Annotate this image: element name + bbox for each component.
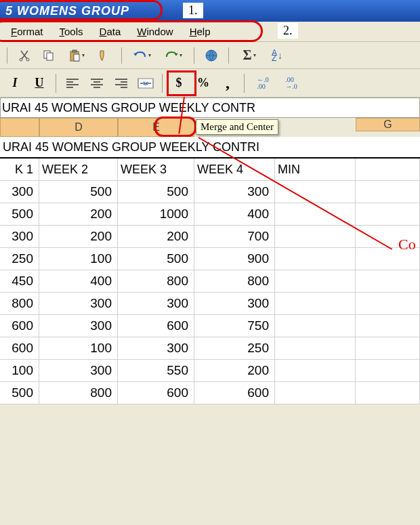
format-painter-button[interactable]: [94, 45, 114, 66]
column-header-d[interactable]: D: [39, 118, 118, 137]
data-cell[interactable]: [275, 360, 356, 382]
merged-title-row[interactable]: URAI 45 WOMENS GROUP WEEKLY CONTRI: [0, 137, 420, 159]
worksheet-grid[interactable]: URAI 45 WOMENS GROUP WEEKLY CONTRI K 1 W…: [0, 137, 420, 404]
data-cell[interactable]: 500: [0, 203, 39, 226]
data-cell[interactable]: 750: [194, 315, 275, 337]
merged-title-cell[interactable]: URAI 45 WOMENS GROUP WEEKLY CONTRI: [0, 137, 420, 157]
increase-decimal-button[interactable]: ←.0.00: [249, 72, 277, 95]
data-cell[interactable]: 300: [39, 293, 118, 315]
header-cell[interactable]: [356, 159, 420, 181]
data-cell[interactable]: 800: [118, 270, 194, 293]
data-cell[interactable]: 300: [39, 360, 118, 382]
data-cell[interactable]: 700: [194, 226, 275, 248]
data-cell[interactable]: 600: [0, 337, 39, 360]
italic-button[interactable]: I: [3, 72, 27, 95]
data-cell[interactable]: [356, 337, 420, 360]
data-cell[interactable]: 500: [39, 181, 118, 203]
align-center-button[interactable]: [85, 72, 109, 95]
column-header-partial[interactable]: [0, 118, 39, 137]
autosum-button[interactable]: Σ ▾: [236, 45, 263, 66]
data-cell[interactable]: 200: [39, 226, 118, 248]
sort-ascending-button[interactable]: AZ ↓: [267, 45, 287, 66]
data-cell[interactable]: [275, 337, 356, 360]
data-cell[interactable]: [356, 181, 420, 203]
column-header-e[interactable]: E: [118, 118, 194, 137]
comma-style-button[interactable]: ,: [215, 72, 240, 95]
data-cell[interactable]: 550: [118, 360, 194, 382]
data-cell[interactable]: 300: [118, 337, 194, 360]
data-cell[interactable]: [275, 382, 356, 404]
data-cell[interactable]: [356, 270, 420, 293]
data-cell[interactable]: [275, 203, 356, 226]
data-cell[interactable]: [275, 315, 356, 337]
data-cell[interactable]: 300: [118, 293, 194, 315]
formula-bar[interactable]: URAI 45 WOMENS GROUP WEEKLY CONTR: [0, 98, 420, 118]
data-cell[interactable]: 800: [194, 270, 275, 293]
paste-button[interactable]: ▾: [63, 45, 90, 66]
data-cell[interactable]: 200: [39, 203, 118, 226]
merge-and-center-button[interactable]: a: [133, 72, 158, 95]
data-cell[interactable]: 450: [0, 270, 39, 293]
data-cell[interactable]: 300: [0, 181, 39, 203]
data-cell[interactable]: 300: [194, 293, 275, 315]
copy-button[interactable]: [39, 45, 59, 66]
data-cell[interactable]: [356, 382, 420, 404]
insert-hyperlink-button[interactable]: [201, 45, 222, 66]
header-cell[interactable]: K 1: [0, 159, 39, 181]
decrease-decimal-button[interactable]: .00→.0: [277, 72, 306, 95]
data-cell[interactable]: 1000: [118, 203, 194, 226]
data-cell[interactable]: [275, 248, 356, 270]
data-cell[interactable]: 300: [194, 181, 275, 203]
data-cell[interactable]: 600: [194, 382, 275, 404]
data-cell[interactable]: [275, 270, 356, 293]
data-cell[interactable]: [356, 203, 420, 226]
data-cell[interactable]: 300: [39, 315, 118, 337]
data-cell[interactable]: 600: [118, 315, 194, 337]
data-cell[interactable]: [356, 360, 420, 382]
menu-data[interactable]: Data: [91, 23, 129, 40]
data-cell[interactable]: 250: [0, 248, 39, 270]
data-cell[interactable]: [275, 181, 356, 203]
data-cell[interactable]: 800: [39, 382, 118, 404]
data-cell[interactable]: 100: [0, 360, 39, 382]
data-cell[interactable]: 400: [39, 270, 118, 293]
align-right-button[interactable]: [109, 72, 133, 95]
data-cell[interactable]: 500: [118, 181, 194, 203]
header-cell[interactable]: WEEK 2: [39, 159, 118, 181]
menu-window[interactable]: Window: [129, 23, 181, 40]
increase-decimal-icon: ←.0.00: [257, 77, 269, 90]
data-cell[interactable]: [356, 315, 420, 337]
data-cell[interactable]: [275, 226, 356, 248]
redo-button[interactable]: ▾: [160, 45, 187, 66]
cut-button[interactable]: [14, 45, 35, 66]
data-cell[interactable]: 200: [194, 360, 275, 382]
menu-format[interactable]: Format: [3, 23, 51, 40]
header-cell[interactable]: WEEK 4: [194, 159, 275, 181]
data-cell[interactable]: 900: [194, 248, 275, 270]
table-row: 500800600600: [0, 382, 420, 404]
underline-button[interactable]: U: [27, 72, 51, 95]
data-cell[interactable]: 100: [39, 248, 118, 270]
data-cell[interactable]: 300: [0, 226, 39, 248]
header-cell[interactable]: MIN: [275, 159, 356, 181]
percent-button[interactable]: %: [191, 72, 215, 95]
column-header-g[interactable]: G: [356, 118, 420, 131]
data-cell[interactable]: 250: [194, 337, 275, 360]
data-cell[interactable]: [356, 293, 420, 315]
data-cell[interactable]: 400: [194, 203, 275, 226]
menu-tools[interactable]: Tools: [51, 23, 91, 40]
header-cell[interactable]: WEEK 3: [118, 159, 194, 181]
align-left-button[interactable]: [60, 72, 85, 95]
undo-button[interactable]: ▾: [129, 45, 156, 66]
data-cell[interactable]: 800: [0, 293, 39, 315]
data-cell[interactable]: 600: [118, 382, 194, 404]
menu-help[interactable]: Help: [182, 23, 219, 40]
data-cell[interactable]: 200: [118, 226, 194, 248]
data-cell[interactable]: 100: [39, 337, 118, 360]
data-cell[interactable]: [275, 293, 356, 315]
data-cell[interactable]: 500: [118, 248, 194, 270]
data-cell[interactable]: 600: [0, 315, 39, 337]
currency-button[interactable]: $: [167, 72, 191, 95]
percent-icon: %: [197, 76, 209, 90]
data-cell[interactable]: 500: [0, 382, 39, 404]
